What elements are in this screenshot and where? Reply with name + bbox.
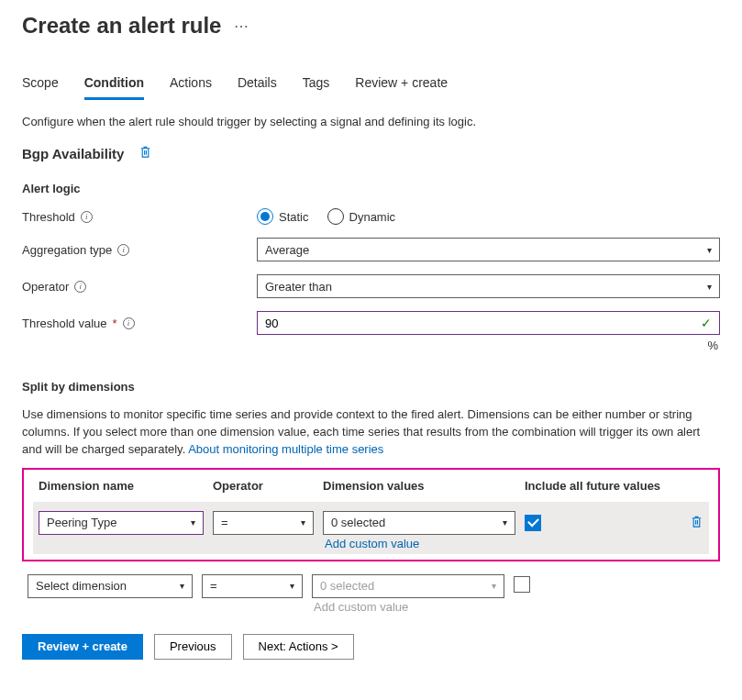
trash-icon bbox=[138, 145, 152, 159]
page-title: Create an alert rule bbox=[22, 13, 221, 39]
threshold-static-radio[interactable]: Static bbox=[257, 208, 309, 225]
threshold-value-label: Threshold value bbox=[22, 317, 107, 330]
dimensions-description: Use dimensions to monitor specific time … bbox=[22, 406, 720, 459]
info-icon[interactable]: i bbox=[74, 281, 86, 293]
include-future-checkbox[interactable] bbox=[525, 515, 541, 531]
threshold-unit: % bbox=[257, 339, 720, 352]
chevron-down-icon: ▾ bbox=[707, 245, 712, 255]
col-include-future: Include all future values bbox=[525, 479, 667, 493]
dimension-operator-select[interactable]: = ▾ bbox=[202, 574, 303, 598]
dimensions-highlight-box: Dimension name Operator Dimension values… bbox=[22, 468, 720, 561]
info-icon[interactable]: i bbox=[81, 211, 93, 223]
chevron-down-icon: ▾ bbox=[492, 581, 496, 591]
tab-condition[interactable]: Condition bbox=[84, 70, 144, 100]
dimension-operator-select[interactable]: = ▾ bbox=[213, 511, 314, 535]
dimension-row: Select dimension ▾ = ▾ 0 selected ▾ bbox=[28, 574, 714, 598]
split-by-dimensions-heading: Split by dimensions bbox=[22, 380, 720, 394]
alert-logic-heading: Alert logic bbox=[22, 182, 720, 195]
add-custom-value-link: Add custom value bbox=[312, 598, 504, 614]
threshold-value-input[interactable]: ✓ bbox=[257, 311, 720, 335]
radio-label: Dynamic bbox=[349, 210, 396, 224]
col-dimension-values: Dimension values bbox=[323, 479, 515, 493]
threshold-label: Threshold bbox=[22, 210, 75, 224]
info-icon[interactable]: i bbox=[123, 317, 135, 329]
aggregation-type-select[interactable]: Average ▾ bbox=[257, 238, 720, 261]
threshold-dynamic-radio[interactable]: Dynamic bbox=[327, 208, 396, 225]
dimension-values-select[interactable]: 0 selected ▾ bbox=[312, 574, 504, 598]
condition-description: Configure when the alert rule should tri… bbox=[22, 115, 720, 128]
dimension-row: Peering Type ▾ = ▾ 0 selected ▾ bbox=[39, 511, 703, 535]
radio-label: Static bbox=[279, 210, 309, 224]
more-actions-icon[interactable]: ⋯ bbox=[234, 17, 249, 35]
col-operator: Operator bbox=[213, 479, 314, 493]
dimension-values-select[interactable]: 0 selected ▾ bbox=[323, 511, 515, 535]
next-actions-button[interactable]: Next: Actions > bbox=[243, 634, 354, 660]
operator-label: Operator bbox=[22, 280, 69, 294]
threshold-value-field[interactable] bbox=[265, 317, 701, 330]
delete-signal-button[interactable] bbox=[138, 145, 152, 161]
delete-dimension-button[interactable] bbox=[690, 515, 703, 531]
operator-select[interactable]: Greater than ▾ bbox=[257, 274, 720, 298]
aggregation-type-label: Aggregation type bbox=[22, 243, 112, 257]
check-icon: ✓ bbox=[701, 316, 712, 330]
tab-details[interactable]: Details bbox=[238, 70, 277, 100]
tab-scope[interactable]: Scope bbox=[22, 70, 59, 100]
col-dimension-name: Dimension name bbox=[39, 479, 204, 493]
chevron-down-icon: ▾ bbox=[180, 581, 184, 591]
review-create-button[interactable]: Review + create bbox=[22, 634, 143, 660]
about-multiple-time-series-link[interactable]: About monitoring multiple time series bbox=[188, 442, 383, 456]
include-future-checkbox[interactable] bbox=[514, 576, 530, 593]
tab-bar: Scope Condition Actions Details Tags Rev… bbox=[0, 70, 742, 100]
select-value: Greater than bbox=[265, 280, 332, 294]
signal-name: Bgp Availability bbox=[22, 146, 124, 161]
tab-actions[interactable]: Actions bbox=[170, 70, 212, 100]
previous-button[interactable]: Previous bbox=[154, 634, 232, 660]
add-custom-value-link[interactable]: Add custom value bbox=[323, 535, 515, 550]
chevron-down-icon: ▾ bbox=[503, 517, 507, 528]
chevron-down-icon: ▾ bbox=[707, 282, 712, 292]
tab-tags[interactable]: Tags bbox=[303, 70, 330, 100]
chevron-down-icon: ▾ bbox=[290, 581, 294, 591]
trash-icon bbox=[690, 515, 703, 528]
chevron-down-icon: ▾ bbox=[301, 517, 305, 528]
dimension-name-select[interactable]: Peering Type ▾ bbox=[39, 511, 204, 535]
dimension-name-select[interactable]: Select dimension ▾ bbox=[28, 574, 193, 598]
chevron-down-icon: ▾ bbox=[191, 517, 195, 528]
info-icon[interactable]: i bbox=[117, 244, 129, 256]
tab-review-create[interactable]: Review + create bbox=[355, 70, 448, 100]
required-asterisk: * bbox=[113, 317, 117, 330]
select-value: Average bbox=[265, 243, 309, 257]
